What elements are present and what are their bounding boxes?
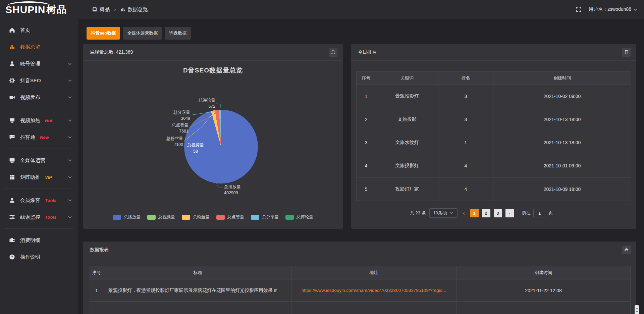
chevron-down-icon <box>68 136 72 139</box>
legend-swatch <box>285 215 294 220</box>
sidebar-item-label: 视频发布 <box>20 94 40 101</box>
ranking-panel-header: 今日排名 日 <box>351 44 636 61</box>
overview-panel: 展现量总数: 421,369 总 D音SEO数据量总览 总评论量572 <box>83 44 343 229</box>
tab-inquiry-data[interactable]: 询盘数据 <box>165 27 191 40</box>
sidebar-item-data-overview[interactable]: 数据总览 <box>0 39 78 55</box>
goto-unit: 页 <box>549 210 553 216</box>
home-icon <box>9 27 15 33</box>
sidebar-item-account[interactable]: 账号管理 <box>0 55 78 72</box>
col-header-url: 地址 <box>291 266 457 279</box>
report-panel-header: 数据报表 表 <box>83 242 636 258</box>
page-button-3[interactable]: 3 <box>494 209 502 217</box>
cell-index: 1 <box>89 279 104 302</box>
goto-page-input[interactable] <box>533 209 546 217</box>
sidebar-item-media-operation[interactable]: 全媒体运营 <box>0 152 78 169</box>
cell-time: 2021-10-09 18:00 <box>493 177 631 201</box>
page-size-select[interactable]: 10条/页 <box>429 208 458 218</box>
cell-keyword: 投影灯厂家 <box>376 177 438 201</box>
prev-page-button[interactable]: ‹ <box>461 210 467 217</box>
pagination: 共 23 条 10条/页 ‹ 1 2 3 › 前往 页 <box>410 208 636 218</box>
cell-rank: 3 <box>438 108 493 131</box>
sidebar-item-video-publish[interactable]: 视频发布 <box>0 89 78 106</box>
grid-icon <box>9 174 15 180</box>
breadcrumb-current: 数据总览 <box>128 6 148 13</box>
chat-icon <box>9 134 15 140</box>
cell-url-link[interactable]: https://www.iesdouyin.com/share/video/70… <box>291 279 457 302</box>
legend-swatch <box>216 215 225 220</box>
legend-swatch <box>147 215 156 220</box>
cell-title: 景观投影灯，夜游景观投影灯厂家展示展示落花灯在花园里的灯光投影应用效果 # <box>104 279 291 302</box>
tab-media-operation-data[interactable]: 全媒体运营数据 <box>123 27 162 40</box>
chevron-down-icon <box>68 199 72 202</box>
new-badge: New <box>40 135 49 140</box>
legend-item[interactable]: 总粉丝量 <box>182 214 210 220</box>
cell-index <box>89 302 104 314</box>
chevron-down-icon <box>68 216 72 218</box>
sidebar-item-douyin-seo[interactable]: 抖音SEO <box>0 72 78 89</box>
page-button-1[interactable]: 1 <box>470 209 479 217</box>
sidebar-item-label: 视频加热 <box>20 117 40 124</box>
cell-rank: 4 <box>438 177 493 201</box>
sidebar-item-clue-monitor[interactable]: 线索监控 Tools <box>0 209 78 225</box>
sidebar-item-home[interactable]: 首页 <box>0 22 78 39</box>
svg-text:?: ? <box>11 255 13 259</box>
cell-time: 2021-10-13 18:00 <box>493 131 631 154</box>
overview-panel-header: 展现量总数: 421,369 总 <box>83 44 343 61</box>
chevron-down-icon <box>68 63 72 65</box>
username-label: 用户名：zswodun88 <box>589 6 631 12</box>
chart-legend: 总播放量 总视频量 总粉丝量 总点赞量 总分享量 <box>83 214 343 220</box>
cell-rank: 3 <box>438 85 493 108</box>
legend-item[interactable]: 总分享量 <box>251 214 279 220</box>
sidebar-item-matrix-boost[interactable]: 矩阵助推 VIP <box>0 169 78 186</box>
hot-badge: Hot <box>45 118 52 123</box>
wallet-icon <box>9 237 15 243</box>
cell-index: 4 <box>357 154 376 177</box>
sidebar-item-label: 数据总览 <box>20 44 40 50</box>
main-content: 抖音seo数据 全媒体运营数据 询盘数据 展现量总数: 421,369 总 D音… <box>78 19 644 314</box>
pie-label-likes: 总点赞量7681 <box>159 122 189 134</box>
cell-rank: 4 <box>438 154 493 177</box>
chevron-down-icon <box>450 212 453 214</box>
breadcrumb-home[interactable]: 树品 <box>100 6 110 13</box>
day-badge-button[interactable]: 日 <box>622 48 631 57</box>
next-page-button[interactable]: › <box>505 209 514 217</box>
sidebar-item-label: 线索监控 <box>20 214 40 220</box>
cell-time: 2021-10-13 18:00 <box>493 108 631 131</box>
legend-item[interactable]: 总评论量 <box>285 214 313 220</box>
logo: SHUPIN 树品 <box>0 0 78 19</box>
cell-time: 2021-11-22 12:08 <box>457 279 630 302</box>
chevron-down-icon <box>68 159 72 162</box>
col-header-keyword: 关键词 <box>376 71 438 85</box>
col-header-time: 创建时间 <box>457 266 630 279</box>
sidebar-item-label: 账号管理 <box>20 61 40 67</box>
sidebar-item-member-burst[interactable]: 会员爆客 Tools <box>0 192 78 209</box>
tab-douyin-seo-data[interactable]: 抖音seo数据 <box>87 27 120 40</box>
fullscreen-icon[interactable] <box>576 7 581 12</box>
sidebar-item-doukemall[interactable]: 抖客通 New <box>0 129 78 146</box>
sidebar-item-help[interactable]: ? 操作说明 <box>0 249 78 265</box>
cell-keyword: 文旅投影灯 <box>376 154 438 177</box>
legend-item[interactable]: 总播放量 <box>113 214 141 220</box>
goto-label: 前往 <box>522 210 531 216</box>
video-icon <box>9 94 15 100</box>
cell-keyword: 文旅投影 <box>376 108 438 131</box>
legend-swatch <box>182 215 190 220</box>
sidebar-menu: 首页 数据总览 账号管理 抖音SEO <box>0 19 78 265</box>
overview-title: 展现量总数: 421,369 <box>90 49 133 55</box>
sidebar-item-label: 会员爆客 <box>20 197 40 204</box>
table-badge-button[interactable]: 表 <box>622 246 631 254</box>
page-button-2[interactable]: 2 <box>482 209 490 217</box>
breadcrumb-separator: > <box>114 7 116 12</box>
sidebar-item-video-heat[interactable]: 视频加热 Hot <box>0 112 78 129</box>
app-root: SHUPIN 树品 首页 数据总览 账号管理 <box>0 0 644 314</box>
pie-chart: D音SEO数据量总览 总评论量572 总分享量3049 <box>83 61 343 228</box>
legend-item[interactable]: 总点赞量 <box>216 214 244 220</box>
legend-item[interactable]: 总视频量 <box>147 214 175 220</box>
cell-index: 1 <box>357 85 376 108</box>
app-icon <box>92 7 97 12</box>
floating-widget[interactable] <box>635 305 639 314</box>
user-icon <box>9 61 15 67</box>
total-badge-button[interactable]: 总 <box>329 48 337 57</box>
user-menu[interactable]: 用户名：zswodun88 <box>589 6 637 12</box>
sidebar-item-consumption[interactable]: 消费明细 <box>0 232 78 249</box>
